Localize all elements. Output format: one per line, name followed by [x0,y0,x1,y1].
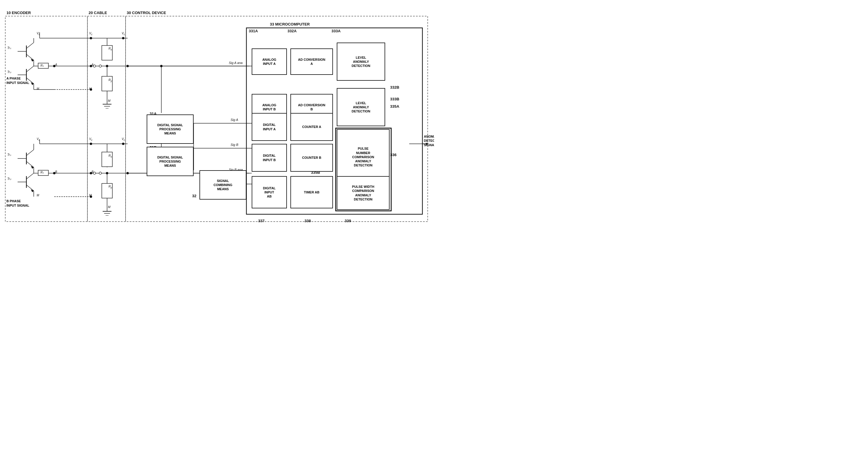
ref-339: 339 [345,219,351,223]
svg-point-9 [122,37,124,39]
ref-32: 32 [192,194,196,198]
point-b-encoder: B [55,170,57,174]
ad-conversion-a-block: AD CONVERSIONA [290,49,333,75]
vc-bot-right: Vc [122,137,125,142]
svg-marker-14 [31,59,34,62]
ref-331A: 331A [249,29,258,33]
svg-rect-0 [5,16,87,221]
r1a-label: R₁ [40,64,44,67]
pulse-width-block: PULSE WIDTHCOMPARISONANOMALYDETECTION [337,176,390,210]
svg-point-30 [93,65,96,67]
ref-338: 338 [305,219,311,223]
svg-point-78 [99,172,101,174]
vc-bot-cable: Vc [89,137,92,142]
m-bot-left: M [37,194,39,197]
tr2a-label: Tr₂ [7,70,11,74]
ref-333B: 333B [390,97,399,101]
vc-top-cable: Vc [89,32,92,36]
timer-ab-block: TIMER AB [290,176,333,208]
vc-top-right: Vc [122,32,125,36]
micro-label: 33 MICROCOMPUTER [270,22,310,26]
ref-332A: 332A [287,29,297,33]
ryb-label: Ry [108,185,112,189]
ref-337: 337 [258,219,265,223]
svg-point-80 [106,172,108,174]
circuit-diagram: 10 ENCODER 20 CABLE 30 CONTROL DEVICE 33… [0,0,434,237]
svg-point-55 [122,143,124,145]
m-top-gnd: M [108,99,110,102]
digital-input-ab-block: DIGITALINPUTAB [252,176,287,208]
svg-point-95 [160,65,162,67]
svg-point-34 [106,65,108,67]
b-phase-label: B PHASEINPUT SIGNAL [6,199,29,208]
tr1a-label: Tr₁ [7,47,11,50]
sig-b-label: Sig B [230,143,238,146]
m-top-left: M [37,87,39,90]
point-a-encoder: A [55,63,57,66]
svg-marker-21 [31,82,34,85]
control-label: 30 CONTROL DEVICE [127,10,166,15]
ref-333A: 333A [332,29,341,33]
cable-label: 20 CABLE [89,10,107,15]
svg-point-36 [126,65,129,67]
svg-line-66 [26,185,34,191]
svg-marker-67 [31,189,34,192]
rya-label: Ry [108,78,112,83]
svg-line-65 [26,173,34,179]
svg-line-12 [26,42,34,49]
tr1b-label: Tr₁ [7,153,11,156]
counter-b-block: COUNTER B [290,144,333,172]
digital-input-b-block: DIGITALINPUT B [252,144,287,172]
svg-point-8 [90,37,92,39]
rxa-label: Rx [108,47,112,51]
level-anomaly-b-block: LEVELANOMALYDETECTION [337,88,385,126]
svg-point-82 [126,172,129,174]
svg-point-54 [90,143,92,145]
svg-point-76 [93,172,96,174]
a-phase-label: A PHASEINPUT SIGNAL [6,76,29,85]
point-b-cable: B [92,170,94,174]
r1b-label: R₁ [40,171,44,174]
counter-a-block: COUNTER A [290,113,333,141]
svg-line-19 [26,66,34,72]
digital-sig-proc-b-block: DIGITAL SIGNALPROCESSINGMEANS [147,147,194,176]
rxb-label: Rx [108,154,112,158]
point-a-cable: A [92,63,94,66]
ref-332B: 332B [390,85,399,90]
tr2b-label: Tr₂ [7,177,11,180]
svg-marker-60 [31,166,34,169]
sig-a-label: Sig A [230,118,238,121]
encoder-label: 10 ENCODER [6,10,31,15]
ref-335A: 335A [390,104,399,109]
vc-top-encoder: Vc [37,32,40,36]
svg-line-59 [26,161,34,167]
digital-sig-proc-a-block: DIGITAL SIGNALPROCESSINGMEANS [147,115,194,144]
vc-bot-encoder: Vc [37,137,40,142]
digital-input-a-block: DIGITALINPUT A [252,113,287,141]
ref-336: 336 [390,153,397,157]
signal-combining-block: SIGNALCOMBININGMEANS [199,170,246,200]
svg-point-32 [99,65,101,67]
svg-rect-1 [87,16,126,221]
level-anomaly-a-block: LEVELANOMALYDETECTION [337,42,385,81]
sig-a-ana-label: Sig A ana [229,61,243,65]
svg-line-58 [26,150,34,155]
m-bot-gnd: M [108,205,110,209]
m-top-mid: M [89,87,92,90]
m-bot-mid: M [89,194,92,197]
svg-line-13 [26,54,34,60]
analog-input-a-block: ANALOGINPUT A [252,49,287,75]
anomaly-signal-label: ANOMALYDETECTIONSIGNAL [424,135,434,147]
